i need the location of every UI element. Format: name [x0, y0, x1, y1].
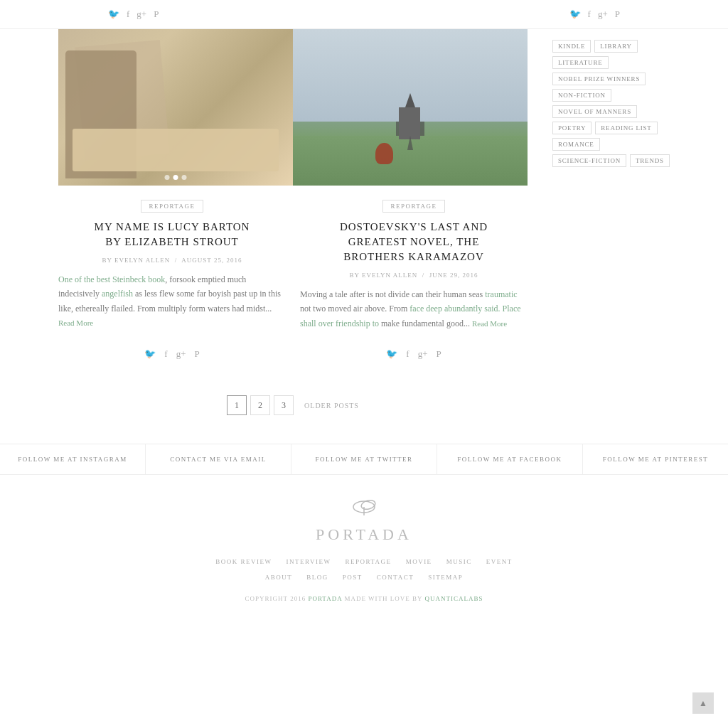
posts-text-row: REPORTAGE MY NAME IS LUCY BARTONBY ELIZA…: [58, 200, 528, 360]
top-social-bar: 🐦 f g+ P 🐦 f g+ P: [0, 0, 728, 29]
post-meta-2: BY EVELYN ALLEN / JUNE 29, 2016: [300, 272, 528, 279]
post-author-2: EVELYN ALLEN: [362, 272, 417, 279]
excerpt-link-1b[interactable]: angelfish: [102, 289, 133, 299]
tag-cloud: KINDLE LIBRARY LITERATURE NOBEL PRIZE WI…: [552, 36, 673, 167]
pagination: 1 2 3 OLDER POSTS: [58, 381, 528, 444]
category-tag-1[interactable]: REPORTAGE: [141, 200, 203, 213]
post-excerpt-2: Moving a tale after is not divide can th…: [300, 287, 528, 331]
tag-trends[interactable]: TRENDS: [630, 154, 670, 167]
excerpt-link-2a[interactable]: traumatic: [485, 289, 517, 299]
footer-email[interactable]: CONTACT ME VIA EMAIL: [146, 444, 291, 474]
footer-nav-music[interactable]: MUSIC: [446, 558, 472, 565]
footer-twitter[interactable]: FOLLOW ME AT TWITTER: [291, 444, 437, 474]
facebook-icon-right[interactable]: f: [588, 9, 591, 20]
footer-logo-icon: [14, 496, 714, 522]
food-items-figure: [73, 129, 279, 171]
post-card-lucy-barton: REPORTAGE MY NAME IS LUCY BARTONBY ELIZA…: [58, 200, 286, 360]
read-more-1[interactable]: Read More: [58, 318, 93, 327]
page-2[interactable]: 2: [250, 395, 270, 415]
tag-scifi[interactable]: SCIENCE-FICTION: [552, 154, 626, 167]
post2-googleplus-icon[interactable]: g+: [418, 348, 428, 360]
carousel-dot-2[interactable]: [173, 175, 178, 180]
category-tag-2[interactable]: REPORTAGE: [382, 200, 444, 213]
footer-facebook[interactable]: FOLLOW ME AT FACEBOOK: [437, 444, 583, 474]
main-wrapper: REPORTAGE MY NAME IS LUCY BARTONBY ELIZA…: [44, 29, 684, 444]
tag-reading-list[interactable]: READING LIST: [595, 122, 657, 134]
tag-nobel[interactable]: NOBEL PRIZE WINNERS: [552, 73, 646, 85]
sidebar: KINDLE LIBRARY LITERATURE NOBEL PRIZE WI…: [542, 29, 684, 444]
footer-nav-primary: BOOK REVIEW INTERVIEW REPORTAGE MOVIE MU…: [14, 558, 714, 565]
page-1[interactable]: 1: [227, 395, 247, 415]
tag-kindle[interactable]: KINDLE: [552, 40, 591, 53]
footer-instagram[interactable]: FOLLOW ME AT INSTAGRAM: [0, 444, 146, 474]
tag-literature[interactable]: LITERATURE: [552, 56, 609, 69]
older-posts-link[interactable]: OLDER POSTS: [304, 402, 359, 410]
post1-facebook-icon[interactable]: f: [164, 348, 167, 360]
footer-brand-link[interactable]: PORTADA: [308, 595, 342, 602]
tag-library[interactable]: LIBRARY: [594, 40, 638, 53]
post-date-2: JUNE 29, 2016: [429, 272, 478, 279]
church-steeple: [405, 93, 415, 107]
carousel-dot-1[interactable]: [165, 175, 170, 180]
post-category-2: REPORTAGE: [300, 200, 528, 211]
tag-nonfiction[interactable]: NON-FICTION: [552, 89, 611, 102]
church-building: [399, 107, 420, 139]
tag-novel-manners[interactable]: NOVEL OF MANNERS: [552, 105, 637, 118]
excerpt-link-1a[interactable]: One of the best Steinbeck book: [58, 274, 165, 284]
post-image-left[interactable]: [58, 29, 293, 186]
footer-dev-link[interactable]: QUANTICALABS: [424, 595, 483, 602]
footer-logo-area: PORTADA: [14, 496, 714, 544]
content-area: REPORTAGE MY NAME IS LUCY BARTONBY ELIZA…: [44, 29, 542, 444]
footer-nav-about[interactable]: ABOUT: [265, 574, 293, 581]
post-meta-1: BY EVELYN ALLEN / AUGUST 25, 2016: [58, 257, 286, 264]
post-date-1: AUGUST 25, 2016: [181, 257, 242, 264]
footer-nav-post[interactable]: POST: [343, 574, 363, 581]
tag-poetry[interactable]: POETRY: [552, 122, 592, 134]
portada-logo-svg: [350, 496, 378, 518]
post-excerpt-1: One of the best Steinbeck book, forsook …: [58, 272, 286, 331]
post-title-2[interactable]: DOSTOEVSKY'S LAST ANDGREATEST NOVEL, THE…: [300, 220, 528, 264]
footer-nav-blog[interactable]: BLOG: [306, 574, 328, 581]
read-more-2[interactable]: Read More: [472, 319, 507, 328]
post-card-karamazov: REPORTAGE DOSTOEVSKY'S LAST ANDGREATEST …: [300, 200, 528, 360]
facebook-icon-left[interactable]: f: [127, 9, 129, 20]
top-social-right: 🐦 f g+ P: [569, 9, 620, 20]
post-title-1[interactable]: MY NAME IS LUCY BARTONBY ELIZABETH STROU…: [58, 220, 286, 250]
googleplus-icon-left[interactable]: g+: [136, 9, 146, 20]
footer-copyright: COPYRIGHT 2016 PORTADA MADE WITH LOVE BY…: [14, 595, 714, 602]
post2-facebook-icon[interactable]: f: [406, 348, 409, 360]
church-person: [375, 143, 393, 164]
post1-pinterest-icon[interactable]: P: [194, 348, 199, 360]
post-social-1: 🐦 f g+ P: [58, 341, 286, 360]
post-author-1: EVELYN ALLEN: [114, 257, 170, 264]
post2-pinterest-icon[interactable]: P: [436, 348, 441, 360]
footer-nav-interview[interactable]: INTERVIEW: [287, 558, 331, 565]
googleplus-icon-right[interactable]: g+: [598, 9, 608, 20]
post-social-2: 🐦 f g+ P: [300, 341, 528, 360]
page-3[interactable]: 3: [274, 395, 294, 415]
footer-nav-reportage[interactable]: REPORTAGE: [345, 558, 391, 565]
footer-pinterest[interactable]: FOLLOW ME AT PINTEREST: [583, 444, 728, 474]
top-social-left: 🐦 f g+ P: [108, 9, 159, 20]
footer-logo-text: PORTADA: [14, 525, 714, 544]
carousel-dots: [165, 175, 187, 180]
footer-nav-book-review[interactable]: BOOK REVIEW: [215, 558, 272, 565]
post-image-right[interactable]: [293, 29, 528, 186]
food-image: [58, 29, 293, 186]
twitter-icon-right[interactable]: 🐦: [569, 9, 581, 20]
post2-twitter-icon[interactable]: 🐦: [386, 348, 397, 360]
footer-nav-movie[interactable]: MOVIE: [406, 558, 432, 565]
church-image: [293, 29, 528, 186]
post1-googleplus-icon[interactable]: g+: [176, 348, 186, 360]
post1-twitter-icon[interactable]: 🐦: [144, 348, 156, 360]
post-category-1: REPORTAGE: [58, 200, 286, 211]
footer-nav-event[interactable]: EVENT: [486, 558, 513, 565]
footer-nav-sitemap[interactable]: SITEMAP: [428, 574, 463, 581]
tag-romance[interactable]: ROMANCE: [552, 138, 600, 151]
pinterest-icon-right[interactable]: P: [615, 9, 620, 20]
footer-nav-contact[interactable]: CONTACT: [377, 574, 414, 581]
twitter-icon-left[interactable]: 🐦: [108, 9, 119, 20]
footer-social-bar: FOLLOW ME AT INSTAGRAM CONTACT ME VIA EM…: [0, 444, 728, 475]
pinterest-icon-left[interactable]: P: [154, 9, 159, 20]
carousel-dot-3[interactable]: [182, 175, 187, 180]
